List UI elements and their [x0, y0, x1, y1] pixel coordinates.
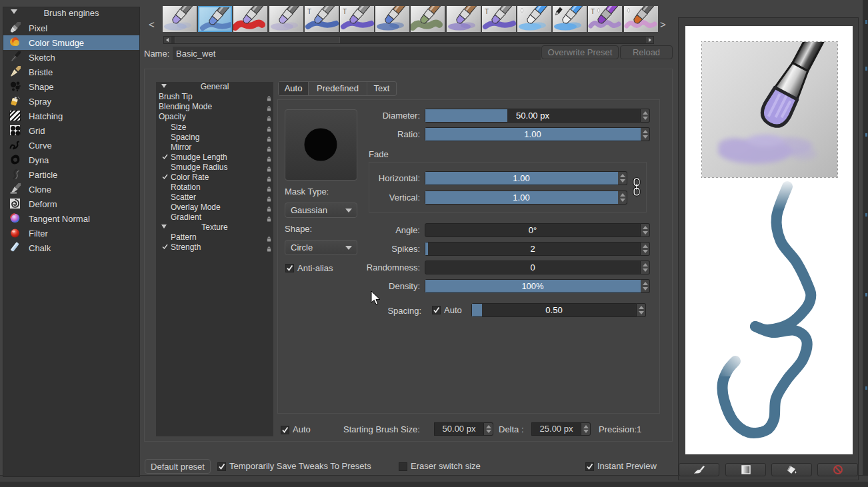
- svg-text:T: T: [307, 8, 311, 15]
- svg-text:T: T: [343, 8, 347, 15]
- svg-text:T: T: [591, 8, 595, 15]
- svg-text:T: T: [485, 8, 489, 15]
